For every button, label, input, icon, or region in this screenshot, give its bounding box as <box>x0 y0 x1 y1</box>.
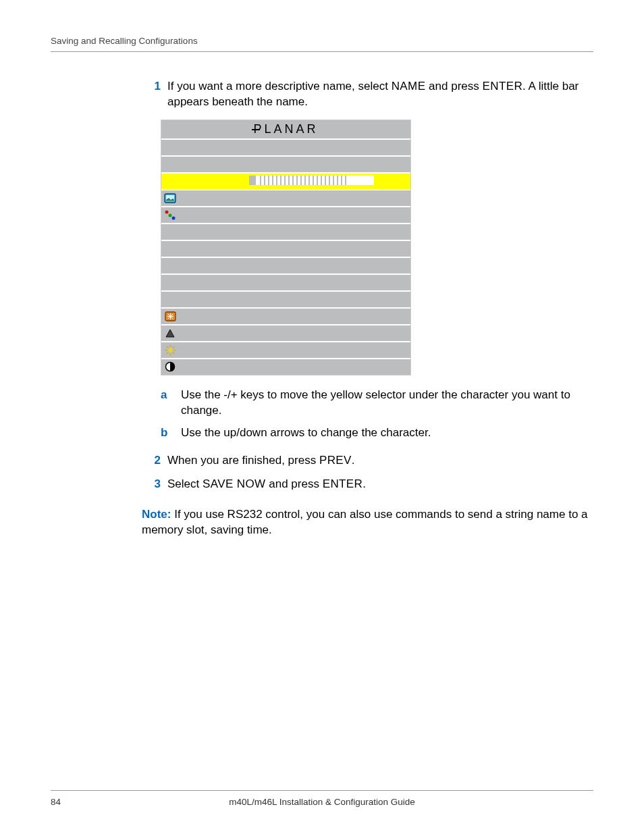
text-fragment: and press <box>425 80 482 93</box>
ui-term-prev: PREV <box>319 454 352 467</box>
page-footer: 84 m40L/m46L Installation & Configuratio… <box>51 790 593 808</box>
svg-point-2 <box>167 196 169 198</box>
svg-point-5 <box>172 217 176 220</box>
note-paragraph: Note: If you use RS232 control, you can … <box>142 507 593 538</box>
sub-marker: a <box>161 388 181 419</box>
menu-row <box>161 341 410 358</box>
step-marker: 1 <box>142 79 167 110</box>
menu-screenshot-figure: PLANAR <box>161 120 411 375</box>
menu-row <box>161 257 410 273</box>
sub-step-a: a Use the -/+ keys to move the yellow se… <box>161 388 593 419</box>
menu-row <box>161 324 410 341</box>
ui-term-name: NAME <box>392 80 426 93</box>
orange-box-icon <box>163 310 177 322</box>
step-1: 1 If you want a more descriptive name, s… <box>142 79 593 110</box>
note-text: If you use RS232 control, you can also u… <box>142 508 588 536</box>
sub-text: Use the -/+ keys to move the yellow sele… <box>181 388 593 419</box>
page: Saving and Recalling Configurations 1 If… <box>0 0 644 834</box>
note-label: Note: <box>142 508 171 521</box>
menu-row <box>161 189 410 206</box>
menu-row <box>161 155 410 172</box>
running-header: Saving and Recalling Configurations <box>51 35 593 52</box>
text-fragment: . <box>352 454 355 467</box>
menu-row <box>161 273 410 290</box>
rgb-dots-icon <box>163 209 177 221</box>
body-content: 1 If you want a more descriptive name, s… <box>142 79 593 538</box>
svg-line-13 <box>173 353 174 354</box>
ui-term-enter: ENTER <box>323 477 363 490</box>
sub-step-b: b Use the up/down arrows to change the c… <box>161 425 593 441</box>
page-number: 84 <box>51 796 145 808</box>
picture-icon <box>163 192 177 204</box>
text-fragment: If you want a more descriptive name, sel… <box>167 80 392 93</box>
svg-point-3 <box>165 211 169 214</box>
menu-row <box>161 138 410 155</box>
svg-point-4 <box>169 214 172 217</box>
ui-term-save-now: SAVE NOW <box>203 477 266 490</box>
sub-marker: b <box>161 425 181 441</box>
step-text: Select SAVE NOW and press ENTER. <box>167 477 593 492</box>
menu-row <box>161 290 410 307</box>
menu-row <box>161 240 410 257</box>
ui-term-enter: ENTER <box>482 80 522 93</box>
step-marker: 3 <box>142 477 167 492</box>
brightness-icon <box>163 344 177 356</box>
name-selector-bar <box>249 176 374 185</box>
step-2: 2 When you are finished, press PREV. <box>142 453 593 469</box>
menu-row <box>161 358 410 375</box>
step-text: If you want a more descriptive name, sel… <box>167 79 593 110</box>
sharpness-icon <box>163 327 177 339</box>
step-text: When you are finished, press PREV. <box>167 453 593 469</box>
svg-point-7 <box>168 348 172 352</box>
text-fragment: When you are finished, press <box>167 454 319 467</box>
menu-row <box>161 206 410 223</box>
sub-text: Use the up/down arrows to change the cha… <box>181 425 593 441</box>
text-fragment: and press <box>266 477 323 490</box>
svg-line-14 <box>173 346 174 348</box>
svg-line-15 <box>167 353 168 354</box>
step-marker: 2 <box>142 453 167 469</box>
menu-row <box>161 223 410 240</box>
footer-title: m40L/m46L Installation & Configuration G… <box>145 796 499 808</box>
menu-row-highlighted <box>161 172 410 189</box>
text-fragment: . <box>363 477 366 490</box>
contrast-icon <box>163 361 177 373</box>
text-fragment: Select <box>167 477 203 490</box>
sub-steps: a Use the -/+ keys to move the yellow se… <box>161 388 593 441</box>
svg-line-12 <box>167 346 168 348</box>
menu-row <box>161 307 410 324</box>
menu-brand-header: PLANAR <box>161 120 410 138</box>
step-3: 3 Select SAVE NOW and press ENTER. <box>142 477 593 492</box>
